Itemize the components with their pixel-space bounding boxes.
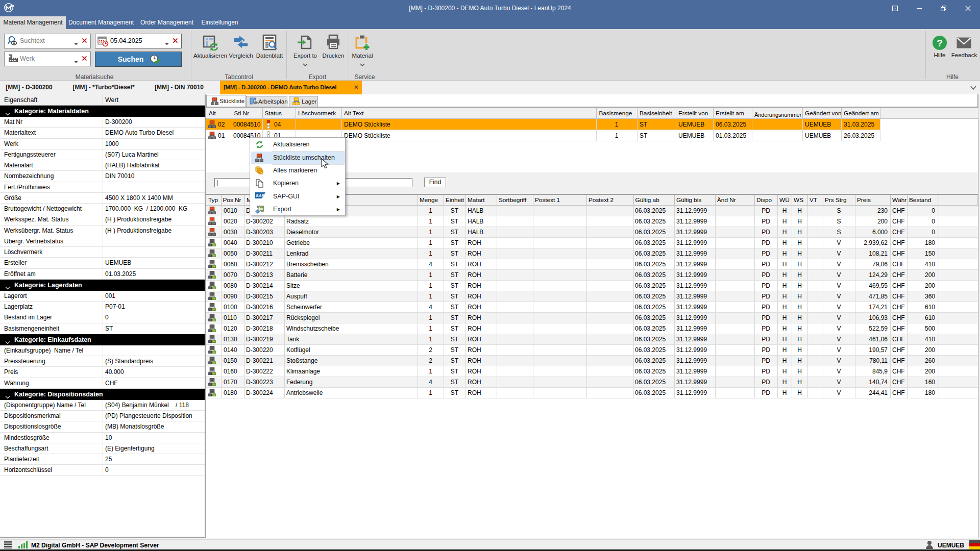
svg-text:?: ?: [937, 38, 943, 48]
svg-text:?: ?: [894, 7, 896, 11]
svg-text:SAP: SAP: [256, 193, 265, 198]
